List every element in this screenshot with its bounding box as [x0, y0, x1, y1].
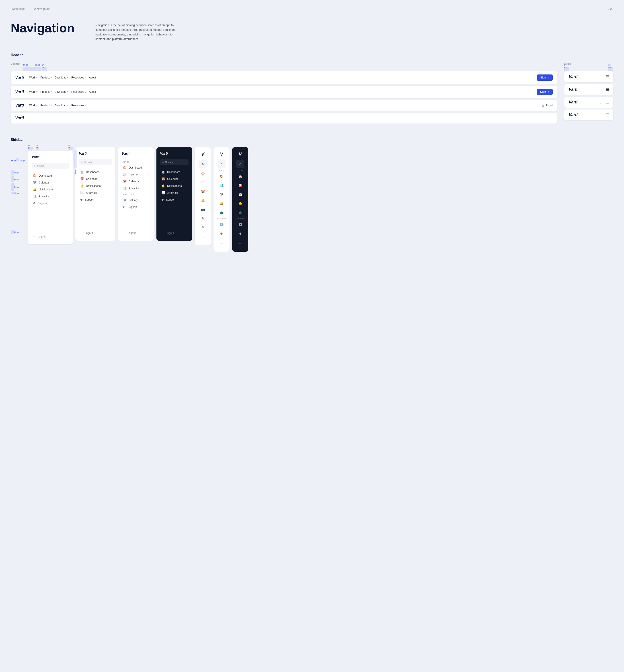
- sidebar-item-notifications-1[interactable]: 🔔 Notifications: [32, 186, 69, 193]
- sidebar-item-calendar-3[interactable]: 📅 Calendar: [122, 178, 150, 185]
- dashboard-icon-1: 🏠: [33, 174, 36, 177]
- sidebar-icon-cal-5[interactable]: 📅: [199, 188, 207, 196]
- sidebar-icon-cal-7[interactable]: 📅: [236, 191, 244, 198]
- sidebar-item-support-3[interactable]: ⊕ Support: [122, 204, 150, 210]
- sidebar-icon-gear-7[interactable]: ⚙️: [236, 221, 244, 228]
- sidebar-logout-1[interactable]: → Logout: [32, 233, 69, 240]
- sidebar-item-support-4[interactable]: ⊕ Support: [160, 196, 188, 203]
- sidebar-logout-icon-7[interactable]: →: [236, 239, 244, 247]
- navbar-desktop-3: Varti Work ∨ Product ∨ Download ∨ Resour…: [11, 100, 557, 111]
- sidebar-item-calendar-4[interactable]: 📅 Calendar: [160, 175, 188, 182]
- sidebar-item-support-1[interactable]: ⊕ Support: [32, 200, 69, 207]
- nav-work-1[interactable]: Work ∨: [29, 76, 38, 79]
- dashboard-icon-2: 🏠: [80, 170, 84, 174]
- nav-work-3[interactable]: Work ∨: [29, 104, 38, 107]
- nav-product-2[interactable]: Product ∨: [40, 90, 52, 94]
- signin-button-2[interactable]: Sign In: [537, 89, 553, 95]
- nav-download-3[interactable]: Download ∨: [55, 104, 69, 107]
- sidebar-item-label-notifications-2: Notifications: [86, 184, 101, 188]
- sidebar-icon-globe-7[interactable]: ⊕: [236, 229, 244, 238]
- sidebar-item-notifications-2[interactable]: 🔔 Notifications: [79, 182, 112, 189]
- nav-about-2[interactable]: About: [89, 90, 96, 94]
- mobile-hamburger-2[interactable]: ☰: [606, 88, 609, 92]
- mobile-hamburger-4[interactable]: ☰: [606, 113, 609, 117]
- navbar-desktop-2: Varti Work ∨ Product ∨ Download ∨ Resour…: [11, 85, 557, 98]
- nav-product-1[interactable]: Product ∨: [40, 76, 52, 79]
- sidebar-item-dashboard-1[interactable]: 🏠 Dashboard: [32, 172, 69, 179]
- mobile-search-icon[interactable]: ⌕: [599, 101, 601, 104]
- sidebar-icon-chart-6[interactable]: 📊: [217, 181, 226, 190]
- analytics-icon-4: 📊: [161, 191, 165, 194]
- sidebar-icon-bell-5[interactable]: 🔔: [199, 196, 207, 204]
- nav-resources-1[interactable]: Resources ∨: [71, 76, 86, 79]
- sidebar-icon-home-6[interactable]: 🏠: [217, 173, 226, 181]
- sidebar-icon-tv-7[interactable]: 📺: [236, 208, 244, 216]
- sidebar-item-label-support-3: Support: [128, 205, 137, 209]
- sidebar-logout-4[interactable]: → Logout: [160, 230, 188, 237]
- sidebar-icon-gear-6[interactable]: ⚙️: [217, 221, 226, 228]
- navbar-links-3: Work ∨ Product ∨ Download ∨ Resources ∨: [29, 104, 286, 107]
- nav-resources-3[interactable]: Resources ∨: [71, 104, 86, 107]
- sidebar-icon-tv-5[interactable]: 📺: [199, 205, 207, 214]
- sidebar-logout-icon-5[interactable]: →: [199, 233, 207, 241]
- sidebar-icon-globe-6[interactable]: ⊕: [217, 229, 226, 238]
- spc-right-24: 24 px: [74, 169, 76, 174]
- sidebar-search-5[interactable]: ⌕: [199, 160, 207, 168]
- sidebar-logout-3[interactable]: → Logout: [122, 230, 150, 237]
- nav-resources-2[interactable]: Resources ∨: [71, 90, 86, 94]
- sidebar-icon-bell-6[interactable]: 🔔: [217, 199, 226, 207]
- sidebar-item-calendar-2[interactable]: 📅 Calendar: [79, 175, 112, 182]
- notifications-icon-2: 🔔: [80, 184, 84, 188]
- navbar-logo-1: Varti: [15, 75, 24, 80]
- sidebar-search-1[interactable]: ⌕ Search: [32, 163, 69, 169]
- sidebar-icon-home-7[interactable]: 🏠: [236, 173, 244, 181]
- sidebar-search-2[interactable]: ⌕ Search: [79, 159, 112, 165]
- sidebar-item-settings-3[interactable]: ⚙️ Settings: [122, 197, 150, 204]
- sidebar-item-dashboard-3[interactable]: 🏠 Dashboard: [122, 164, 150, 171]
- sidebar-icon-chart-5[interactable]: 📊: [199, 179, 207, 186]
- sidebar-logo-5: V: [201, 152, 204, 157]
- sidebar-item-analytics-1[interactable]: 📊 Analytics: [32, 193, 69, 200]
- sidebar-logo-7: V: [239, 152, 241, 157]
- sidebar-search-7[interactable]: ⌕: [236, 160, 244, 168]
- sidebar-item-calendar-1[interactable]: 📅 Calendar: [32, 179, 69, 186]
- sidebar-item-dashboard-4[interactable]: 🏠 Dashboard: [160, 169, 188, 175]
- notifications-icon-1: 🔔: [33, 188, 36, 191]
- navbar-logo-4: Varti: [15, 116, 24, 120]
- sidebar-item-support-2[interactable]: ⊕ Support: [79, 196, 112, 203]
- mobile-hamburger-1[interactable]: ☰: [606, 75, 609, 79]
- nav-work-2[interactable]: Work ∨: [29, 90, 38, 94]
- sidebar-icon-chart-7[interactable]: 📊: [236, 181, 244, 190]
- search-icon-3[interactable]: ⌕: [542, 104, 544, 107]
- sidebar-item-dashboard-2[interactable]: 🏠 Dashboard: [79, 169, 112, 175]
- sidebar-search-6[interactable]: ⌕: [217, 160, 226, 168]
- sidebar-icon-tv-6[interactable]: 📺: [217, 208, 226, 216]
- spc-12px: 12 px: [14, 192, 19, 194]
- nav-download-1[interactable]: Download ∨: [55, 76, 69, 79]
- mobile-hamburger-3[interactable]: ☰: [606, 100, 609, 104]
- sidebar-item-analytics-3[interactable]: 📊 Analytics ∨: [122, 185, 150, 192]
- sidebar-icon-globe2-5[interactable]: ⊕: [199, 223, 207, 231]
- sidebar-item-analytics-4[interactable]: 📊 Analytics: [160, 189, 188, 196]
- sidebar-icon-home-5[interactable]: 🏠: [199, 170, 207, 178]
- signin-button-1[interactable]: Sign In: [537, 74, 553, 81]
- sidebar-icon-cal-6[interactable]: 📅: [217, 191, 226, 198]
- sidebar-logout-2[interactable]: → Logout: [79, 230, 112, 237]
- sidebar-item-income-3[interactable]: 📈 Income ∨: [122, 171, 150, 178]
- hamburger-icon-4[interactable]: ☰: [550, 116, 553, 120]
- sidebar-search-4[interactable]: ⌕ Search: [160, 159, 188, 165]
- sidebar-icon-bell-7[interactable]: 🔔: [236, 199, 244, 207]
- header-mobile: Mobile 16 px 16 px Varti ☰ Varti ☰ Varti: [564, 63, 613, 122]
- sidebar-item-label-support-2: Support: [85, 198, 94, 201]
- sidebar-icon-globe-5[interactable]: ⊕: [199, 214, 207, 222]
- sidebar-logout-icon-6[interactable]: →: [217, 239, 226, 247]
- search-icon-7: ⌕: [239, 162, 241, 166]
- sidebar-item-analytics-2[interactable]: 📊 Analytics: [79, 189, 112, 196]
- sidebar-item-notifications-4[interactable]: 🔔 Notifications: [160, 182, 188, 189]
- sidebar-settings-label-7: SETTINGS: [235, 218, 245, 220]
- spc-24px-top: 24 px: [11, 160, 16, 162]
- nav-product-3[interactable]: Product ∨: [40, 104, 52, 107]
- nav-about-3[interactable]: About: [546, 104, 553, 107]
- nav-about-1[interactable]: About: [89, 76, 96, 79]
- nav-download-2[interactable]: Download ∨: [55, 90, 69, 94]
